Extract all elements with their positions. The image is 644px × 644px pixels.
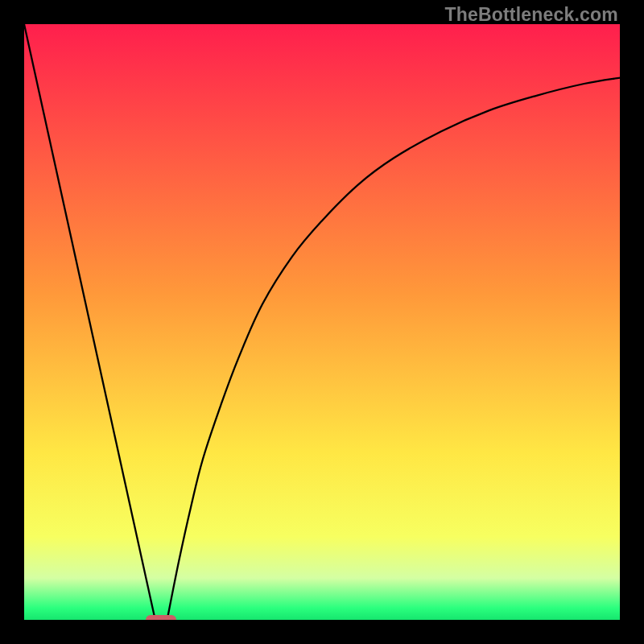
curve-left	[24, 24, 155, 620]
bottleneck-curve	[24, 24, 620, 620]
curve-right	[167, 78, 620, 620]
bottleneck-marker	[146, 615, 176, 620]
watermark-text: TheBottleneck.com	[444, 4, 618, 26]
chart-frame: TheBottleneck.com	[0, 0, 644, 644]
plot-area	[24, 24, 620, 620]
